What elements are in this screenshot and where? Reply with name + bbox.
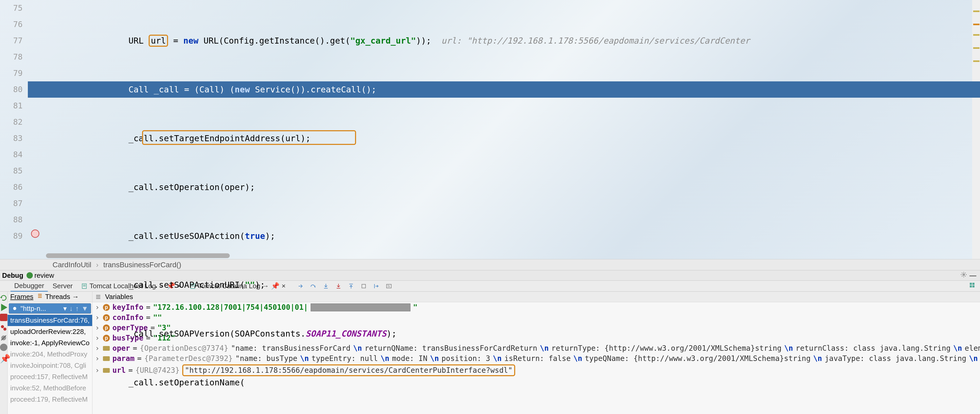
bug-icon	[27, 272, 33, 279]
horizontal-scrollbar[interactable]	[46, 253, 230, 258]
line-number-gutter: 75 76 77 78 79 80 81 82 83 84 85 86 87 8…	[0, 0, 28, 259]
debug-side-toolbar: 📌	[0, 292, 8, 414]
thread-icon	[11, 305, 18, 312]
settings-icon[interactable]	[0, 344, 7, 351]
execution-current-line[interactable]: Call _call = (Call) (new Service()).crea…	[28, 81, 980, 98]
svg-point-21	[13, 307, 16, 310]
pin-icon[interactable]: 📌	[0, 354, 7, 361]
view-breakpoints-icon[interactable]	[0, 324, 7, 331]
highlight-url-declaration: url	[149, 35, 168, 47]
rerun-icon[interactable]	[0, 294, 7, 301]
code-editor[interactable]: 75 76 77 78 79 80 81 82 83 84 85 86 87 8…	[0, 0, 980, 259]
resume-icon[interactable]	[0, 304, 7, 311]
inline-value-hint: url: "http://192.168.1.178:5566/eapdomai…	[431, 36, 750, 46]
stop-icon[interactable]	[0, 314, 7, 321]
svg-point-14	[1, 325, 4, 328]
highlight-endpoint-call	[142, 130, 356, 145]
debug-title: Debug	[2, 271, 23, 279]
svg-point-15	[3, 328, 6, 331]
code-body[interactable]: URL url = new URL(Config.getInstance().g…	[28, 0, 980, 259]
mute-breakpoints-icon[interactable]	[0, 334, 7, 341]
